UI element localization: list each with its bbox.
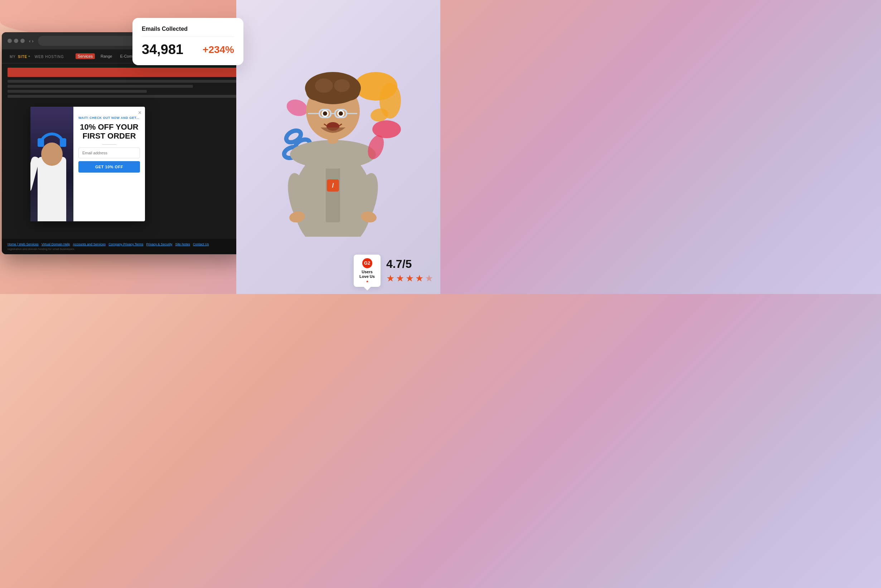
g2-badge-text: Users Love Us	[360, 270, 375, 279]
star-3: ★	[406, 273, 414, 284]
content-line-3	[7, 90, 147, 93]
browser-dot-red	[7, 39, 12, 43]
star-4: ★	[415, 273, 424, 284]
g2-text-line1: Users	[361, 270, 373, 274]
popup-title-line1: 10% OFF YOUR	[80, 123, 138, 131]
g2-badge: G2 Users Love Us ★	[354, 255, 381, 287]
popup-title-line2: FIRST ORDER	[82, 131, 136, 140]
stats-email-count: 34,981	[142, 42, 183, 57]
g2-badge-container: G2 Users Love Us ★ 4.7/5 ★ ★ ★ ★ ★	[354, 255, 433, 287]
nav-range[interactable]: Range	[99, 53, 114, 59]
footer-link-6[interactable]: Site Notes	[175, 242, 190, 246]
character-illustration: /	[258, 22, 408, 237]
g2-logo: G2	[362, 258, 372, 268]
svg-point-7	[284, 97, 310, 119]
character-container: /	[236, 0, 440, 266]
right-panel: / G2 Users Love Us ★ 4.7/5 ★	[236, 0, 440, 294]
rating-info: 4.7/5 ★ ★ ★ ★ ★	[386, 258, 433, 284]
site-tagline: WEB HOSTING	[35, 55, 64, 59]
footer-link-1[interactable]: Home | Web Services	[7, 242, 39, 246]
browser-window: ‹ › ☆ mysite✦ WEB HOSTING Services Range…	[2, 32, 245, 254]
svg-point-25	[323, 111, 327, 116]
forward-arrow-icon[interactable]: ›	[32, 38, 33, 44]
popup-tag-text: WAIT! CHECK OUT NOW AND GET...	[78, 116, 140, 120]
back-arrow-icon[interactable]: ‹	[29, 38, 30, 44]
browser-nav-arrows: ‹ ›	[29, 38, 34, 44]
email-popup: × WAIT! CHECK OUT NOW AND GET... 10% OFF…	[30, 107, 145, 221]
content-line-2	[7, 85, 193, 88]
nav-services[interactable]: Services	[75, 53, 95, 59]
footer-link-4[interactable]: Company Privacy Terms	[108, 242, 143, 246]
stats-percent-change: +234%	[202, 44, 234, 56]
site-content-lines	[7, 80, 240, 98]
footer-link-3[interactable]: Accounts and Services	[73, 242, 106, 246]
popup-person-figure	[34, 128, 70, 221]
star-5: ★	[425, 273, 433, 284]
stats-card: Emails Collected 34,981 +234%	[132, 18, 243, 65]
browser-dot-yellow	[14, 39, 18, 43]
content-line-4	[7, 95, 240, 98]
svg-point-26	[339, 111, 343, 116]
site-body	[2, 63, 245, 106]
popup-submit-button[interactable]: GET 10% OFF	[78, 161, 140, 172]
browser-dot-green	[20, 39, 25, 43]
popup-person-background	[30, 107, 73, 221]
svg-point-3	[372, 120, 401, 138]
g2-text-line2: Love Us	[360, 274, 375, 279]
rating-stars: ★ ★ ★ ★ ★	[386, 273, 433, 284]
popup-title: 10% OFF YOUR FIRST ORDER	[78, 123, 140, 141]
svg-point-10	[290, 140, 376, 169]
footer-links: Home | Web Services Virtual Domain Help …	[7, 242, 240, 246]
headphone-right-cup	[60, 138, 66, 147]
footer-link-2[interactable]: Virtual Domain Help	[42, 242, 70, 246]
browser-content: mysite✦ WEB HOSTING Services Range E-Com…	[2, 50, 245, 254]
popup-content-panel: × WAIT! CHECK OUT NOW AND GET... 10% OFF…	[73, 107, 145, 221]
site-footer: Home | Web Services Virtual Domain Help …	[2, 239, 245, 254]
site-logo: mysite✦ WEB HOSTING	[7, 53, 64, 60]
site-hero-bar	[7, 68, 240, 77]
footer-copyright: registration and domain hosting for smal…	[7, 248, 240, 250]
g2-star-icon: ★	[366, 280, 369, 283]
footer-link-5[interactable]: Privacy & Security	[147, 242, 172, 246]
content-line-1	[7, 80, 240, 83]
popup-email-input[interactable]	[78, 147, 140, 158]
person-body	[37, 157, 66, 221]
svg-point-16	[315, 78, 333, 93]
star-1: ★	[386, 273, 394, 284]
popup-close-button[interactable]: ×	[138, 110, 141, 116]
popup-image-panel	[30, 107, 73, 221]
browser-window-controls	[7, 39, 25, 43]
logo-text: my	[10, 55, 16, 59]
popup-divider	[102, 144, 116, 145]
footer-link-7[interactable]: Contact Us	[193, 242, 209, 246]
stats-card-row: 34,981 +234%	[142, 42, 234, 57]
stats-card-title: Emails Collected	[142, 26, 234, 37]
rating-number: 4.7/5	[386, 258, 433, 271]
headphone-left-cup	[37, 138, 44, 147]
star-2: ★	[396, 273, 404, 284]
svg-point-17	[334, 79, 350, 92]
svg-text:/: /	[332, 182, 334, 189]
